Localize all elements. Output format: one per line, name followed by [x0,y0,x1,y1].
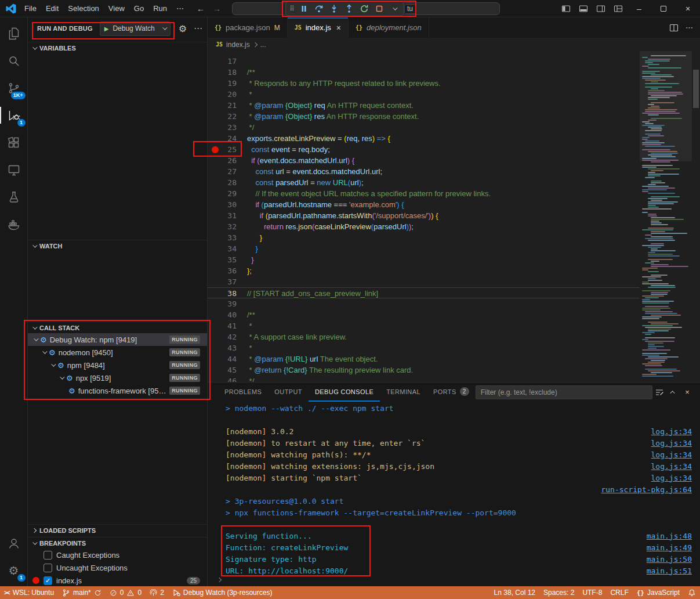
call-stack-row[interactable]: ⚙Debug Watch: npm [9419]RUNNING [28,333,207,346]
activity-docker[interactable] [0,211,28,238]
section-loaded-scripts[interactable]: LOADED SCRIPTS [28,524,207,536]
breakpoint-row[interactable]: ✓index.js25 [28,574,207,586]
panel-tab-debug-console[interactable]: DEBUG CONSOLE [309,383,380,402]
line-number[interactable]: 43 [208,342,237,353]
minimize-icon[interactable]: – [627,0,651,17]
status-encoding[interactable]: UTF-8 [578,586,606,599]
code-line-29[interactable]: 29 // If the event object URL matches a … [208,188,640,199]
line-number[interactable]: 20 [208,89,237,100]
line-number[interactable]: 19 [208,78,237,89]
code-line-35[interactable]: 35 } [208,254,640,265]
toggle-secondary-sidebar-icon[interactable] [592,0,610,17]
sidebar-more-icon[interactable]: ⋯ [194,23,202,34]
menu-selection[interactable]: Selection [63,3,103,14]
code-line-34[interactable]: 34 } [208,243,640,254]
breakpoint-dot[interactable] [212,146,219,153]
line-number[interactable]: 30 [208,199,237,210]
console-source-link[interactable]: main.js:49 [647,543,692,552]
panel-tab-problems[interactable]: PROBLEMS [218,383,268,402]
console-source-link[interactable]: log.js:34 [651,474,692,482]
line-number[interactable]: 44 [208,353,237,365]
minimap[interactable] [640,51,692,382]
console-source-link[interactable]: log.js:34 [651,439,692,448]
code-line-31[interactable]: 31 if (parsedUrl.pathname.startsWith('/s… [208,210,640,221]
code-line-32[interactable]: 32 return res.json(caseLinkPreview(parse… [208,221,640,232]
breakpoint-row[interactable]: Caught Exceptions [28,549,207,561]
code-line-19[interactable]: 19 * Responds to any HTTP request relate… [208,78,640,89]
step-over-button[interactable] [312,2,327,15]
line-number[interactable]: 38 [208,288,237,298]
line-number[interactable]: 35 [208,254,237,265]
menu-run[interactable]: Run [148,3,172,14]
status-remote[interactable]: >< WSL: Ubuntu [0,586,58,599]
menu-go[interactable]: Go [129,3,148,14]
breakpoint-checkbox[interactable]: ✓ [43,576,52,585]
code-line-18[interactable]: 18/** [208,67,640,78]
clear-console-icon[interactable] [652,388,666,397]
status-ports[interactable]: 2 [146,586,168,599]
code-line-28[interactable]: 28 const parsedUrl = new URL(url); [208,177,640,188]
launch-config-dropdown[interactable]: ▶ Debug Watch [100,21,171,36]
toggle-panel-icon[interactable] [575,0,592,17]
close-window-icon[interactable]: × [676,0,700,17]
activity-accounts[interactable] [0,529,28,557]
line-number[interactable]: 45 [208,365,237,376]
line-number[interactable]: 33 [208,232,237,243]
console-source-link[interactable]: log.js:34 [651,462,692,471]
line-number[interactable]: 31 [208,210,237,221]
breakpoint-checkbox[interactable] [43,564,52,572]
status-notifications[interactable] [684,586,700,599]
activity-remote-explorer[interactable] [0,156,28,183]
line-number[interactable]: 26 [208,155,237,166]
activity-extensions[interactable] [0,129,28,156]
status-branch[interactable]: main* [58,586,106,599]
line-number[interactable]: 42 [208,331,237,342]
call-stack-row[interactable]: ⚙npx [9519]RUNNING [28,371,207,384]
console-input-prompt[interactable] [217,575,221,583]
line-number[interactable]: 21 [208,100,237,111]
line-number[interactable]: 37 [208,276,237,287]
menu-view[interactable]: View [104,3,129,14]
section-breakpoints[interactable]: BREAKPOINTS [28,537,207,549]
maximize-panel-icon[interactable] [666,391,680,394]
line-number[interactable]: 24 [208,133,237,144]
line-number[interactable]: 41 [208,320,237,331]
activity-search[interactable] [0,47,28,74]
breadcrumb[interactable]: JS index.js ... [208,38,700,51]
status-problems[interactable]: 0 0 [106,586,146,599]
line-number[interactable]: 34 [208,243,237,254]
configure-gear-icon[interactable]: ⚙ [179,23,187,34]
status-cursor-position[interactable]: Ln 38, Col 12 [490,586,539,599]
code-line-24[interactable]: 24exports.createLinkPreview = (req, res)… [208,133,640,144]
breadcrumb-file[interactable]: index.js [226,41,250,49]
close-tab-icon[interactable]: × [336,23,341,33]
tab-index-js[interactable]: JS index.js × [288,17,349,38]
line-number[interactable]: 39 [208,298,237,309]
console-source-link[interactable]: log.js:34 [651,427,692,436]
code-line-17[interactable]: 17 [208,56,640,67]
activity-testing[interactable] [0,183,28,211]
code-line-43[interactable]: 43 * [208,342,640,353]
line-number[interactable]: 29 [208,188,237,199]
console-filter-input[interactable] [476,385,652,399]
section-variables[interactable]: VARIABLES [28,42,207,53]
console-source-link[interactable]: main.js:48 [647,532,692,540]
console-source-link[interactable]: main.js:50 [647,555,692,564]
code-line-27[interactable]: 27 const url = event.docs.matchedUrl.url… [208,166,640,177]
restart-button[interactable] [357,2,372,15]
code-line-30[interactable]: 30 if (parsedUrl.hostname === 'example.c… [208,199,640,210]
code-line-38[interactable]: 38// [START add_ons_case_preview_link] [208,287,640,298]
menu-file[interactable]: File [20,3,41,14]
step-out-button[interactable] [342,2,357,15]
tab-package-json[interactable]: {} package.json M [208,17,288,38]
editor-scrollbar[interactable] [692,51,700,382]
status-language[interactable]: {} JavaScript [633,586,684,599]
step-into-button[interactable] [327,2,342,15]
code-line-20[interactable]: 20 * [208,89,640,100]
activity-source-control[interactable]: 1K+ [0,74,28,102]
console-source-link[interactable]: main.js:51 [647,566,692,575]
console-source-link[interactable]: run-script-pkg.js:64 [601,485,692,494]
code-line-37[interactable]: 37 [208,276,640,287]
line-number[interactable]: 22 [208,111,237,122]
code-line-26[interactable]: 26 if (event.docs.matchedUrl.url) { [208,155,640,166]
